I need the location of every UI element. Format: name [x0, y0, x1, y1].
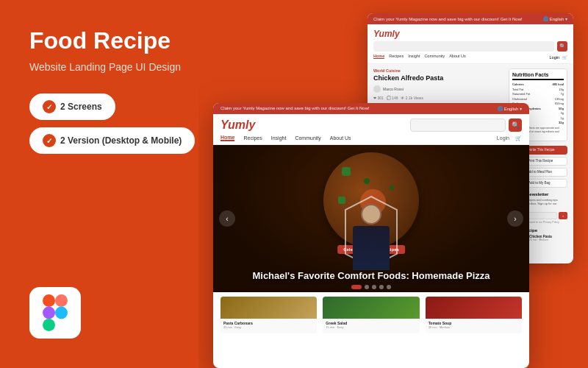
pizza-topping-4 [390, 185, 394, 190]
hero-arrow-left[interactable]: ‹ [219, 210, 235, 227]
front-card-2[interactable]: Greek Salad 15 min · Easy [323, 297, 419, 333]
figma-icon-svg [41, 294, 69, 331]
badge-screens: ✓ 2 Screens [29, 93, 115, 120]
person-body [353, 226, 390, 270]
back-logo: Yumly [373, 29, 567, 39]
card-3-image [426, 297, 522, 319]
svg-rect-2 [43, 307, 55, 319]
pizza-topping-2 [364, 178, 370, 184]
front-search-button[interactable]: 🔍 [509, 118, 522, 132]
mockups-area: Claim your Yumly Magazine now and save b… [198, 0, 588, 368]
front-nav-right: Login 🛒 [497, 135, 522, 141]
card-2-image [323, 297, 419, 319]
front-search: 🔍 [410, 118, 522, 132]
front-header: Yumly 🔍 Home Recipes Insight Community A… [213, 114, 529, 145]
front-top-bar: Claim your Yumly Magazine now and save b… [213, 103, 529, 114]
svg-point-3 [55, 307, 68, 319]
front-logo: Yumly [220, 118, 255, 132]
front-logo-row: Yumly 🔍 [220, 118, 522, 132]
latest-recipe-meta: 25 min · Medium [529, 238, 552, 241]
front-search-input[interactable] [410, 118, 506, 132]
card-1-info: Pasta Carbonara 20 min · Easy [220, 319, 317, 331]
person-figure [353, 204, 390, 270]
card-3-info: Tomato Soup 30 min · Medium [426, 319, 522, 331]
back-stats: ❤ 301 💬 148 👁 2.1k Views [373, 96, 504, 100]
svg-rect-4 [43, 319, 55, 331]
hero-dot-5[interactable] [387, 285, 391, 289]
back-nav-right: Login 🛒 [550, 55, 567, 60]
hero-dot-2[interactable] [365, 285, 369, 289]
author-avatar [373, 85, 381, 93]
hero-arrow-right[interactable]: › [507, 210, 523, 227]
back-search-input[interactable] [373, 41, 554, 52]
back-header: Yumly 🔍 Home Recipes Insight Community A… [368, 24, 573, 64]
back-search-button[interactable]: 🔍 [557, 41, 567, 52]
back-nav: Home Recipes Insight Community About Us [373, 54, 466, 59]
front-below: Pasta Carbonara 20 min · Easy Greek Sala… [213, 292, 529, 336]
mockup-front: Claim your Yumly Magazine now and save b… [213, 103, 529, 368]
card-2-meta: 15 min · Easy [326, 325, 416, 329]
figma-logo [29, 287, 81, 339]
hero-slider: ‹ › Celebrity-Inspired Recipes Michael's… [213, 145, 529, 292]
check-icon-2: ✓ [43, 134, 56, 147]
check-icon-1: ✓ [43, 100, 56, 113]
hero-dot-1[interactable] [351, 285, 362, 289]
back-category: World Cuisine [373, 68, 504, 73]
author-name: Marco Rossi [383, 87, 404, 91]
hero-dot-3[interactable] [372, 285, 376, 289]
card-1-meta: 20 min · Easy [223, 325, 314, 329]
hero-dot-4[interactable] [379, 285, 384, 289]
back-recipe-title: Chicken Alfredo Pasta [373, 74, 504, 82]
pizza-topping-1 [342, 167, 351, 176]
newsletter-submit[interactable]: › [559, 212, 567, 219]
back-search-row: 🔍 [373, 41, 567, 52]
badge-version: ✓ 2 Version (Desktop & Mobile) [29, 127, 195, 154]
card-2-info: Greek Salad 15 min · Easy [323, 319, 419, 331]
front-card-3[interactable]: Tomato Soup 30 min · Medium [426, 297, 522, 333]
hero-dots [351, 285, 391, 289]
front-nav: Home Recipes Insight Community About Us [220, 135, 351, 141]
card-1-image [220, 297, 317, 319]
card-3-meta: 30 min · Medium [429, 325, 519, 329]
svg-rect-0 [43, 294, 55, 307]
svg-rect-1 [55, 294, 68, 307]
hero-title: Michael's Favorite Comfort Foods: Homema… [213, 270, 529, 282]
nutrition-title: Nutrition Facts [512, 72, 564, 80]
latest-recipe-info: Chicken Pasta 25 min · Medium [529, 235, 552, 248]
person-head [361, 204, 381, 224]
nutrition-row-calories: Calories485 kcal [512, 82, 564, 86]
back-meta: Marco Rossi [373, 85, 504, 93]
front-card-1[interactable]: Pasta Carbonara 20 min · Easy [220, 297, 317, 333]
back-top-bar: Claim your Yumly Magazine now and save b… [368, 13, 573, 24]
